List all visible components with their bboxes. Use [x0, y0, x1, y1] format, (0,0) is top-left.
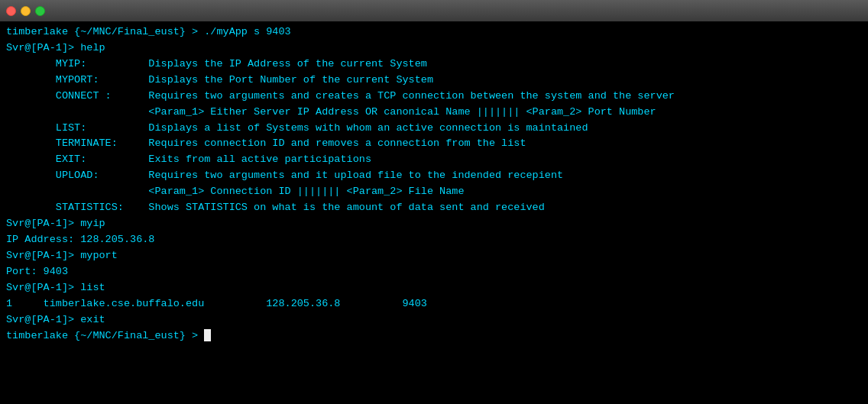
terminal-cursor	[204, 329, 211, 341]
terminal-line: 1 timberlake.cse.buffalo.edu 128.205.36.…	[6, 296, 862, 312]
terminal-line: timberlake {~/MNC/Final_eust} > ./myApp …	[6, 24, 862, 40]
close-button[interactable]	[6, 6, 16, 16]
title-bar	[0, 0, 868, 21]
maximize-button[interactable]	[35, 6, 45, 16]
terminal-line: timberlake {~/MNC/Final_eust} >	[6, 328, 862, 344]
terminal-line: MYIP: Displays the IP Address of the cur…	[6, 57, 862, 73]
terminal-line: Svr@[PA-1]> help	[6, 40, 862, 57]
terminal-line: EXIT: Exits from all active participatio…	[6, 152, 862, 168]
terminal-line: Svr@[PA-1]> myip	[6, 216, 862, 232]
terminal-line: CONNECT : Requires two arguments and cre…	[6, 89, 862, 105]
terminal-line: Port: 9403	[6, 264, 862, 280]
minimize-button[interactable]	[21, 6, 31, 16]
terminal-line: TERMINATE: Requires connection ID and re…	[6, 136, 862, 152]
terminal-line: STATISTICS: Shows STATISTICS on what is …	[6, 200, 862, 216]
terminal-line: <Param_1> Connection ID ||||||| <Param_2…	[6, 184, 862, 200]
terminal-line: Svr@[PA-1]> exit	[6, 312, 862, 328]
terminal-line: Svr@[PA-1]> myport	[6, 248, 862, 264]
terminal-line: MYPORT: Displays the Port Number of the …	[6, 73, 862, 89]
terminal-line: Svr@[PA-1]> list	[6, 280, 862, 296]
terminal-line: IP Address: 128.205.36.8	[6, 232, 862, 248]
terminal-line: LIST: Displays a list of Systems with wh…	[6, 121, 862, 137]
terminal-line: UPLOAD: Requires two arguments and it up…	[6, 168, 862, 184]
terminal-line: <Param_1> Either Server IP Address OR ca…	[6, 105, 862, 121]
terminal-output: timberlake {~/MNC/Final_eust} > ./myApp …	[0, 21, 868, 404]
